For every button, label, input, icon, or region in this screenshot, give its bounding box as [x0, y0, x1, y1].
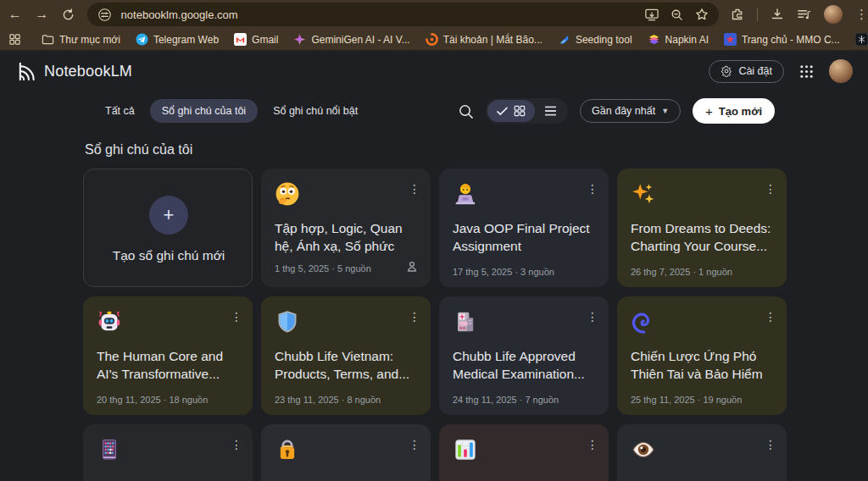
cast-icon[interactable] — [645, 8, 659, 21]
notebook-card[interactable]: ⋮ Chubb Life Approved Medical Examinatio… — [439, 296, 609, 415]
thinking-face-emoji — [275, 181, 300, 207]
telegram-icon — [136, 33, 148, 46]
notebook-card[interactable]: ⋮ — [617, 424, 787, 481]
notebook-card[interactable]: ⋮ Chiến Lược Ứng Phó Thiên Tai và Bảo Hi… — [617, 296, 787, 415]
notebook-meta: 25 thg 11, 2025 · 19 nguồn — [631, 395, 742, 405]
bookmark-item[interactable]: Perplexity — [849, 30, 868, 49]
notebook-card[interactable]: ⋮ Tập hợp, Logic, Quan hệ, Ánh xạ, Số ph… — [261, 169, 431, 287]
notebook-card[interactable]: ⋮ The Human Core and AI's Transformative… — [83, 296, 253, 415]
app-title: NotebookLM — [44, 63, 132, 80]
toolbar-separator — [757, 8, 758, 21]
browser-menu-icon[interactable]: ⋮ — [855, 7, 868, 22]
eye-emoji — [631, 437, 656, 462]
library-tab-1[interactable]: Sổ ghi chú của tôi — [150, 99, 258, 123]
back-button[interactable]: ← — [3, 3, 27, 26]
library-tab-0[interactable]: Tất cả — [93, 99, 147, 123]
list-view-button[interactable] — [535, 100, 566, 122]
notebook-menu-icon[interactable]: ⋮ — [583, 180, 602, 198]
library-tabs: Tất cảSổ ghi chú của tôiSổ ghi chú nổi b… — [93, 99, 370, 123]
shared-person-icon — [405, 260, 419, 277]
bookmark-item[interactable]: Seeding tool — [551, 30, 639, 49]
folder-icon — [42, 33, 54, 46]
settings-label: Cài đặt — [738, 65, 772, 77]
refresh-button[interactable] — [57, 3, 81, 26]
extensions-icon[interactable] — [731, 8, 744, 21]
media-controls-icon[interactable] — [797, 8, 811, 21]
create-notebook-card[interactable]: + Tạo sổ ghi chú mới — [83, 169, 253, 287]
notebook-card[interactable]: ⋮ — [439, 424, 609, 481]
bookmark-item[interactable]: Telegram Web — [129, 30, 225, 49]
bookmark-item[interactable]: Trang chủ - MMO C... — [717, 30, 847, 49]
url-text[interactable]: notebooklm.google.com — [121, 8, 645, 21]
matbao-icon — [426, 33, 438, 46]
library-tab-2[interactable]: Sổ ghi chú nổi bật — [261, 99, 370, 123]
notebook-menu-icon[interactable]: ⋮ — [583, 435, 602, 454]
plus-icon: + — [705, 104, 713, 119]
notebook-menu-icon[interactable]: ⋮ — [405, 307, 424, 326]
notebook-menu-icon[interactable]: ⋮ — [405, 435, 424, 454]
notebook-card[interactable]: ⋮ Chubb Life Vietnam: Products, Terms, a… — [261, 296, 431, 415]
grid-view-button[interactable] — [487, 100, 535, 122]
notebook-card[interactable]: ⋮ — [261, 424, 431, 481]
bookmark-label: Trang chủ - MMO C... — [742, 34, 840, 46]
forward-button[interactable]: → — [31, 3, 54, 26]
perplexity-icon — [855, 33, 868, 46]
cyclone-emoji — [631, 309, 656, 334]
notebook-grid: + Tạo sổ ghi chú mới ⋮ Tập hợp, Logic, Q… — [83, 169, 787, 481]
shield-emoji — [275, 309, 300, 334]
notebook-meta: 26 thg 7, 2025 · 1 nguồn — [631, 267, 732, 277]
notebook-title: The Human Core and AI's Transformative..… — [97, 347, 241, 383]
library-toolbar: Tất cảSổ ghi chú của tôiSổ ghi chú nổi b… — [83, 98, 787, 124]
browser-toolbar: ← → notebooklm.google.com — [0, 0, 868, 29]
bookmark-item[interactable]: Napkin AI — [641, 30, 715, 49]
refresh-icon — [62, 8, 75, 21]
bookmark-label: Thư mục mới — [59, 34, 120, 46]
account-avatar[interactable] — [829, 59, 853, 83]
notebook-title: Chiến Lược Ứng Phó Thiên Tai và Bảo Hiểm — [631, 347, 775, 383]
google-apps-icon[interactable] — [799, 64, 814, 79]
side-panel-grid-icon[interactable] — [8, 33, 21, 46]
bar-chart-emoji — [453, 437, 478, 462]
notebook-title: Chubb Life Approved Medical Examination.… — [453, 347, 597, 383]
bookmark-item[interactable]: Thư mục mới — [35, 30, 127, 49]
notebooklm-app: NotebookLM Cài đặt Tất cảSổ ghi chú của … — [0, 51, 868, 481]
notebooklm-logo-icon — [17, 62, 36, 81]
notebook-title: Java OOP Final Project Assignment — [453, 219, 597, 255]
notebook-card[interactable]: ⋮ — [83, 424, 253, 481]
create-new-button[interactable]: + Tạo mới — [693, 98, 775, 124]
notebooklm-logo[interactable]: NotebookLM — [17, 62, 132, 81]
notebook-menu-icon[interactable]: ⋮ — [227, 435, 246, 454]
settings-button[interactable]: Cài đặt — [709, 60, 784, 83]
notebook-menu-icon[interactable]: ⋮ — [761, 307, 780, 326]
create-plus-icon[interactable]: + — [149, 196, 188, 235]
shared-person-icon — [405, 260, 419, 274]
main-content: Tất cảSổ ghi chú của tôiSổ ghi chú nổi b… — [83, 98, 787, 481]
bookmark-label: GeminiGen AI - AI V... — [311, 34, 409, 46]
notebook-menu-icon[interactable]: ⋮ — [761, 435, 780, 454]
hospital-emoji — [453, 309, 478, 334]
notebook-title: From Dreams to Deeds: Charting Your Cour… — [631, 219, 775, 255]
notebook-title: Tập hợp, Logic, Quan hệ, Ánh xạ, Số phức — [275, 219, 419, 255]
sort-dropdown[interactable]: Gần đây nhất ▼ — [580, 99, 681, 123]
downloads-icon[interactable] — [771, 8, 784, 21]
view-toggle — [486, 98, 568, 124]
notebook-menu-icon[interactable]: ⋮ — [583, 307, 602, 326]
site-settings-icon[interactable] — [96, 5, 114, 24]
notebook-card[interactable]: ⋮ From Dreams to Deeds: Charting Your Co… — [617, 169, 787, 287]
browser-profile-avatar[interactable] — [824, 5, 843, 24]
bookmark-item[interactable]: Tài khoản | Mắt Bão... — [419, 30, 549, 49]
bookmark-item[interactable]: GeminiGen AI - AI V... — [287, 30, 416, 49]
notebook-card[interactable]: ⋮ Java OOP Final Project Assignment 17 t… — [439, 169, 609, 287]
zoom-icon[interactable] — [670, 8, 683, 21]
notebook-menu-icon[interactable]: ⋮ — [227, 307, 246, 326]
app-header: NotebookLM Cài đặt — [0, 51, 868, 91]
notebook-menu-icon[interactable]: ⋮ — [405, 180, 424, 198]
notebook-menu-icon[interactable]: ⋮ — [761, 180, 780, 198]
address-bar[interactable]: notebooklm.google.com — [87, 3, 719, 26]
bookmark-star-icon[interactable] — [695, 8, 709, 21]
napkin-icon — [648, 33, 660, 46]
search-icon[interactable] — [458, 103, 474, 119]
bookmark-item[interactable]: Gmail — [227, 30, 285, 49]
bookmark-label: Napkin AI — [665, 34, 709, 46]
abacus-emoji — [97, 437, 122, 462]
